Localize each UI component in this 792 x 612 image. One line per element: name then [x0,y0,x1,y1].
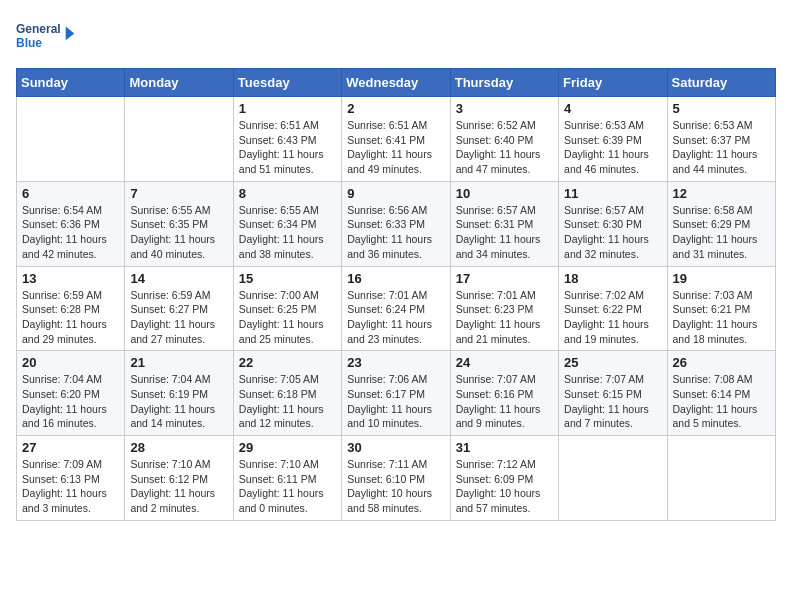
day-detail: Sunrise: 7:10 AMSunset: 6:12 PMDaylight:… [130,457,227,516]
day-number: 21 [130,355,227,370]
day-detail: Sunrise: 6:52 AMSunset: 6:40 PMDaylight:… [456,118,553,177]
day-number: 23 [347,355,444,370]
calendar-cell: 23Sunrise: 7:06 AMSunset: 6:17 PMDayligh… [342,351,450,436]
calendar-cell: 7Sunrise: 6:55 AMSunset: 6:35 PMDaylight… [125,181,233,266]
calendar-week-row: 20Sunrise: 7:04 AMSunset: 6:20 PMDayligh… [17,351,776,436]
calendar-week-row: 27Sunrise: 7:09 AMSunset: 6:13 PMDayligh… [17,436,776,521]
weekday-header: Sunday [17,69,125,97]
day-number: 29 [239,440,336,455]
calendar-cell: 24Sunrise: 7:07 AMSunset: 6:16 PMDayligh… [450,351,558,436]
logo: General Blue [16,16,76,56]
day-number: 27 [22,440,119,455]
calendar-week-row: 6Sunrise: 6:54 AMSunset: 6:36 PMDaylight… [17,181,776,266]
calendar-cell: 30Sunrise: 7:11 AMSunset: 6:10 PMDayligh… [342,436,450,521]
day-detail: Sunrise: 7:07 AMSunset: 6:16 PMDaylight:… [456,372,553,431]
day-number: 16 [347,271,444,286]
day-detail: Sunrise: 6:51 AMSunset: 6:43 PMDaylight:… [239,118,336,177]
day-number: 7 [130,186,227,201]
day-detail: Sunrise: 7:04 AMSunset: 6:20 PMDaylight:… [22,372,119,431]
svg-marker-2 [66,27,75,41]
calendar-cell: 29Sunrise: 7:10 AMSunset: 6:11 PMDayligh… [233,436,341,521]
day-detail: Sunrise: 7:10 AMSunset: 6:11 PMDaylight:… [239,457,336,516]
day-number: 11 [564,186,661,201]
day-detail: Sunrise: 6:58 AMSunset: 6:29 PMDaylight:… [673,203,770,262]
calendar-cell [559,436,667,521]
day-number: 15 [239,271,336,286]
weekday-header: Monday [125,69,233,97]
day-detail: Sunrise: 6:57 AMSunset: 6:30 PMDaylight:… [564,203,661,262]
day-number: 12 [673,186,770,201]
day-number: 22 [239,355,336,370]
day-number: 17 [456,271,553,286]
calendar-cell [125,97,233,182]
calendar-cell: 12Sunrise: 6:58 AMSunset: 6:29 PMDayligh… [667,181,775,266]
calendar-cell: 21Sunrise: 7:04 AMSunset: 6:19 PMDayligh… [125,351,233,436]
day-detail: Sunrise: 7:02 AMSunset: 6:22 PMDaylight:… [564,288,661,347]
calendar-cell: 22Sunrise: 7:05 AMSunset: 6:18 PMDayligh… [233,351,341,436]
day-number: 24 [456,355,553,370]
calendar-body: 1Sunrise: 6:51 AMSunset: 6:43 PMDaylight… [17,97,776,521]
day-detail: Sunrise: 7:12 AMSunset: 6:09 PMDaylight:… [456,457,553,516]
day-detail: Sunrise: 6:57 AMSunset: 6:31 PMDaylight:… [456,203,553,262]
calendar-table: SundayMondayTuesdayWednesdayThursdayFrid… [16,68,776,521]
calendar-cell: 18Sunrise: 7:02 AMSunset: 6:22 PMDayligh… [559,266,667,351]
calendar-cell: 5Sunrise: 6:53 AMSunset: 6:37 PMDaylight… [667,97,775,182]
calendar-cell: 1Sunrise: 6:51 AMSunset: 6:43 PMDaylight… [233,97,341,182]
calendar-cell: 26Sunrise: 7:08 AMSunset: 6:14 PMDayligh… [667,351,775,436]
day-detail: Sunrise: 6:59 AMSunset: 6:27 PMDaylight:… [130,288,227,347]
calendar-cell: 16Sunrise: 7:01 AMSunset: 6:24 PMDayligh… [342,266,450,351]
day-number: 14 [130,271,227,286]
day-detail: Sunrise: 6:56 AMSunset: 6:33 PMDaylight:… [347,203,444,262]
day-number: 4 [564,101,661,116]
day-number: 26 [673,355,770,370]
svg-text:General: General [16,22,61,36]
day-detail: Sunrise: 7:04 AMSunset: 6:19 PMDaylight:… [130,372,227,431]
day-detail: Sunrise: 6:53 AMSunset: 6:37 PMDaylight:… [673,118,770,177]
weekday-header: Tuesday [233,69,341,97]
day-number: 25 [564,355,661,370]
day-detail: Sunrise: 7:09 AMSunset: 6:13 PMDaylight:… [22,457,119,516]
day-detail: Sunrise: 6:59 AMSunset: 6:28 PMDaylight:… [22,288,119,347]
calendar-cell: 15Sunrise: 7:00 AMSunset: 6:25 PMDayligh… [233,266,341,351]
calendar-cell: 6Sunrise: 6:54 AMSunset: 6:36 PMDaylight… [17,181,125,266]
calendar-cell: 28Sunrise: 7:10 AMSunset: 6:12 PMDayligh… [125,436,233,521]
day-number: 13 [22,271,119,286]
calendar-header: SundayMondayTuesdayWednesdayThursdayFrid… [17,69,776,97]
day-number: 20 [22,355,119,370]
calendar-cell: 25Sunrise: 7:07 AMSunset: 6:15 PMDayligh… [559,351,667,436]
day-detail: Sunrise: 7:06 AMSunset: 6:17 PMDaylight:… [347,372,444,431]
day-number: 28 [130,440,227,455]
svg-text:Blue: Blue [16,36,42,50]
day-detail: Sunrise: 7:11 AMSunset: 6:10 PMDaylight:… [347,457,444,516]
day-detail: Sunrise: 6:51 AMSunset: 6:41 PMDaylight:… [347,118,444,177]
day-detail: Sunrise: 7:00 AMSunset: 6:25 PMDaylight:… [239,288,336,347]
calendar-cell: 17Sunrise: 7:01 AMSunset: 6:23 PMDayligh… [450,266,558,351]
day-detail: Sunrise: 7:03 AMSunset: 6:21 PMDaylight:… [673,288,770,347]
calendar-cell: 9Sunrise: 6:56 AMSunset: 6:33 PMDaylight… [342,181,450,266]
day-number: 10 [456,186,553,201]
day-detail: Sunrise: 7:01 AMSunset: 6:23 PMDaylight:… [456,288,553,347]
day-number: 5 [673,101,770,116]
calendar-cell: 2Sunrise: 6:51 AMSunset: 6:41 PMDaylight… [342,97,450,182]
weekday-header: Saturday [667,69,775,97]
day-number: 3 [456,101,553,116]
day-number: 18 [564,271,661,286]
day-detail: Sunrise: 6:55 AMSunset: 6:35 PMDaylight:… [130,203,227,262]
day-detail: Sunrise: 7:05 AMSunset: 6:18 PMDaylight:… [239,372,336,431]
day-number: 30 [347,440,444,455]
calendar-cell: 19Sunrise: 7:03 AMSunset: 6:21 PMDayligh… [667,266,775,351]
page-header: General Blue [16,16,776,56]
calendar-cell: 3Sunrise: 6:52 AMSunset: 6:40 PMDaylight… [450,97,558,182]
calendar-cell: 14Sunrise: 6:59 AMSunset: 6:27 PMDayligh… [125,266,233,351]
day-detail: Sunrise: 7:08 AMSunset: 6:14 PMDaylight:… [673,372,770,431]
calendar-cell: 11Sunrise: 6:57 AMSunset: 6:30 PMDayligh… [559,181,667,266]
day-detail: Sunrise: 7:07 AMSunset: 6:15 PMDaylight:… [564,372,661,431]
day-number: 6 [22,186,119,201]
day-detail: Sunrise: 6:55 AMSunset: 6:34 PMDaylight:… [239,203,336,262]
day-number: 31 [456,440,553,455]
calendar-cell: 20Sunrise: 7:04 AMSunset: 6:20 PMDayligh… [17,351,125,436]
day-number: 2 [347,101,444,116]
calendar-cell: 31Sunrise: 7:12 AMSunset: 6:09 PMDayligh… [450,436,558,521]
weekday-header: Friday [559,69,667,97]
weekday-header: Thursday [450,69,558,97]
